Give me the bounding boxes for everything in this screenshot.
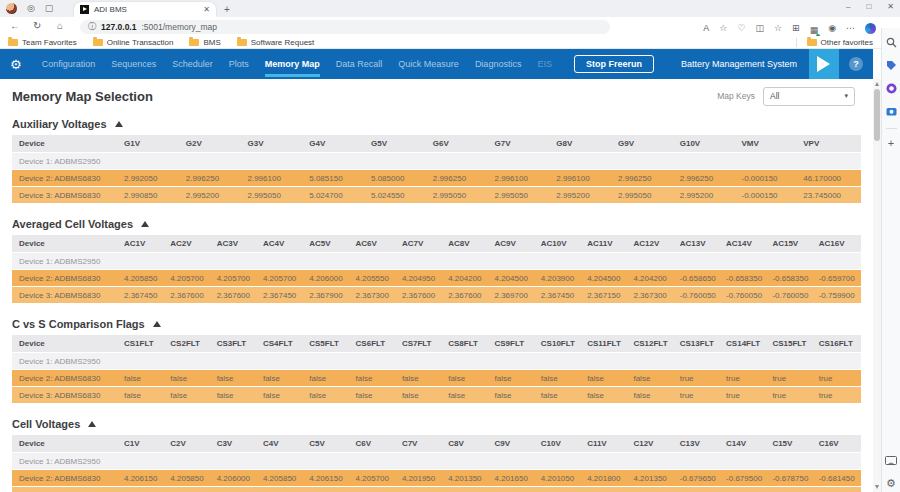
value-cell: 2.364800 [537,487,583,492]
close-button[interactable]: ✕ [887,2,894,11]
value-cell: 4.206150 [305,470,351,486]
back-icon[interactable]: ← [10,20,20,31]
table-row[interactable]: Device 1: ADBMS2950 [12,453,861,470]
bookmark-folder[interactable]: BMS [189,38,220,47]
site-info-icon[interactable]: ⓘ [88,21,96,32]
value-cell [120,153,182,169]
browser-tab[interactable]: ADI BMS ✕ [74,2,216,17]
table-row[interactable]: Device 2: ADBMS68302.9920502.9962502.996… [12,170,861,187]
url-path: :5001/memory_map [141,22,217,32]
section-header-cell-voltages[interactable]: Cell Voltages [12,416,861,432]
read-aloud-icon[interactable]: A [703,23,709,34]
page-title: Memory Map Selection [12,89,153,104]
table-row[interactable]: Device 3: ADBMS6830falsefalsefalsefalsef… [12,387,861,404]
nav-tab-quick-measure[interactable]: Quick Measure [390,49,467,79]
workspaces-icon[interactable]: ▢ [45,3,54,14]
value-cell [305,153,367,169]
maximize-button[interactable]: □ [866,2,871,11]
bookmark-folder[interactable]: Team Favorites [8,38,77,47]
nav-tab-configuration[interactable]: Configuration [34,49,104,79]
search-icon[interactable] [885,36,898,49]
collapse-caret-icon[interactable] [153,321,161,327]
favorites-icon[interactable]: ☆ [774,23,782,34]
sidebar-add-icon[interactable]: + [888,138,894,149]
bookmarks-bar: Team FavoritesOnline TransactionBMSSoftw… [0,36,881,49]
home-icon[interactable]: ⌂ [57,20,63,31]
nav-tab-memory-map[interactable]: Memory Map [257,49,328,79]
minimize-button[interactable]: – [846,2,850,11]
split-screen-icon[interactable]: ◫ [755,23,764,34]
nav-tab-data-recall[interactable]: Data Recall [328,49,391,79]
value-cell [676,353,722,369]
section-header-c-vs-s-comparison-flags[interactable]: C vs S Comparison Flags [12,316,861,332]
value-cell [815,353,861,369]
designer-camera-icon[interactable] [885,105,898,118]
settings-gear-icon[interactable]: ⚙ [10,57,22,72]
column-header: C15V [768,435,814,452]
page-scrollbar[interactable] [873,79,881,492]
value-cell [398,353,444,369]
extensions-icon[interactable]: ▦ [810,19,819,37]
scroll-down-icon[interactable] [875,485,879,489]
column-header: AC8V [444,235,490,252]
table-row[interactable]: Device 1: ADBMS2950 [12,153,861,170]
value-cell: false [444,370,490,386]
column-header: C6V [352,435,398,452]
value-cell: false [629,370,675,386]
collections-icon[interactable]: ⊞ [792,23,800,34]
section-title: Cell Voltages [12,418,80,430]
table-row[interactable]: Device 1: ADBMS2950 [12,253,861,270]
table-row[interactable]: Device 3: ADBMS68302.9908502.9952002.995… [12,187,861,204]
table-row[interactable]: Device 2: ADBMS68304.2058504.2057004.205… [12,270,861,287]
profile-avatar[interactable] [6,3,17,14]
nav-tab-scheduler[interactable]: Scheduler [164,49,221,79]
table-row[interactable]: Device 1: ADBMS2950 [12,353,861,370]
value-cell: 2.996250 [614,170,676,186]
table-row[interactable]: Device 3: ADBMS68302.3674502.3676002.367… [12,287,861,304]
tab-actions-icon[interactable]: ◎ [27,3,35,14]
value-cell: false [120,387,166,403]
address-bar[interactable]: ⓘ 127.0.0.1 :5001/memory_map [80,20,610,34]
column-header: CS6FLT [352,335,398,352]
m365-copilot-icon[interactable] [885,82,898,95]
value-cell [352,453,398,469]
value-cell [799,153,861,169]
collapse-caret-icon[interactable] [88,421,96,427]
shopping-tag-icon[interactable] [885,59,898,72]
section-header-averaged-cell-voltages[interactable]: Averaged Cell Voltages [12,216,861,232]
bookmark-folder[interactable]: Software Request [237,38,315,47]
stop-freerun-button[interactable]: Stop Freerun [574,55,654,73]
screencast-icon[interactable] [885,454,898,467]
help-icon[interactable]: ? [849,57,863,71]
scroll-up-icon[interactable] [875,82,879,86]
value-cell: false [259,387,305,403]
refresh-icon[interactable]: ↻ [33,20,41,31]
nav-tab-plots[interactable]: Plots [221,49,257,79]
table-row[interactable]: Device 2: ADBMS68304.2061504.2058504.206… [12,470,861,487]
sidebar-settings-icon[interactable]: ⚙ [886,477,896,490]
other-favorites[interactable]: Other favorites [796,38,873,47]
section-header-auxiliary-voltages[interactable]: Auxiliary Voltages [12,116,861,132]
collapse-caret-icon[interactable] [115,121,123,127]
value-cell: 5.024700 [305,187,367,203]
bookmark-folder[interactable]: Online Transaction [93,38,174,47]
column-header: AC4V [259,235,305,252]
table-row[interactable]: Device 2: ADBMS6830falsefalsefalsefalsef… [12,370,861,387]
nav-tab-eis[interactable]: EIS [529,49,560,79]
nav-tab-sequences[interactable]: Sequences [103,49,164,79]
new-tab-button[interactable]: + [224,4,230,15]
tab-close-icon[interactable]: ✕ [203,5,210,14]
more-icon[interactable]: ⋯ [846,23,855,34]
collapse-caret-icon[interactable] [141,221,149,227]
copilot-icon[interactable] [865,23,876,34]
workspaces-browser-icon[interactable]: ◉ [828,23,836,34]
scrollbar-thumb[interactable] [874,89,880,141]
value-cell: 2.996100 [244,170,306,186]
map-keys-select[interactable]: All ▾ [763,87,855,106]
value-cell [815,453,861,469]
browser-essentials-icon[interactable]: ♡ [737,23,745,34]
table-row[interactable]: Device 3: ADBMS68302.3676002.3677502.367… [12,487,861,492]
value-cell: false [583,387,629,403]
nav-tab-diagnostics[interactable]: Diagnostics [467,49,530,79]
add-favorite-icon[interactable]: ☆ [719,23,727,34]
